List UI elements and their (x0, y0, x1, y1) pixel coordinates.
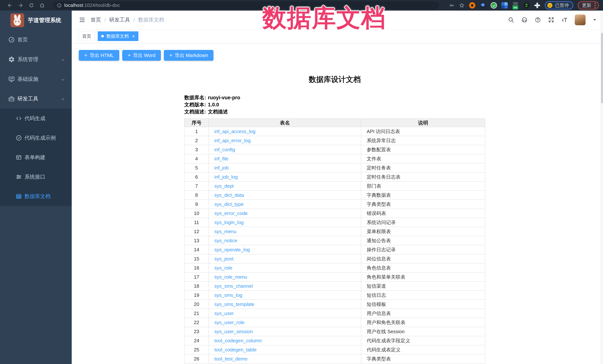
fullscreen-icon[interactable] (548, 17, 554, 23)
help-icon[interactable] (535, 17, 541, 23)
toolbox-icon (8, 95, 15, 102)
row-index: 2 (185, 136, 209, 145)
table-name-link[interactable]: sys_role (214, 265, 232, 271)
screen: localhost:1024/tool/db-doc on (0, 0, 603, 364)
sidebar-item-codegen[interactable]: 代码生成 (0, 109, 72, 128)
row-description: 用户在线 Session (361, 327, 485, 336)
extension-icon[interactable] (469, 2, 475, 9)
table-name-link[interactable]: sys_error_code (214, 210, 248, 216)
sidebar-item-home[interactable]: 首页 (0, 30, 72, 50)
table-name-link[interactable]: inf_config (214, 147, 235, 152)
table-name-link[interactable]: tool_test_demo (214, 356, 247, 362)
bookmark-star-icon[interactable] (459, 3, 464, 8)
sidebar-item-label: 系统管理 (17, 56, 38, 63)
table-name-link[interactable]: sys_dict_data (214, 192, 244, 198)
table-name-link[interactable]: tool_codegen_table (214, 347, 256, 353)
tags-view: 首页 数据库文档 × (72, 29, 603, 43)
active-dot-icon (101, 35, 104, 37)
address-bar[interactable]: localhost:1024/tool/db-doc (53, 1, 439, 9)
table-name-link[interactable]: sys_user_session (214, 329, 253, 334)
doc-title: 数据库设计文档 (184, 75, 485, 84)
site-info-icon[interactable] (57, 3, 62, 8)
table-row: 13sys_notice通知公告表 (185, 236, 485, 245)
table-name-link[interactable]: inf_job (214, 165, 229, 171)
paused-chip[interactable]: 已暂停 (545, 1, 573, 10)
table-name-link[interactable]: sys_notice (214, 238, 237, 243)
table-name-link[interactable]: sys_user_role (214, 320, 244, 325)
table-name-link[interactable]: sys_dept (214, 183, 234, 189)
table-name-link[interactable]: sys_sms_log (214, 292, 242, 298)
table-name-link[interactable]: sys_operate_log (214, 247, 250, 253)
table-row: 11sys_login_log系统访问记录 (185, 218, 485, 227)
table-name-link[interactable]: sys_sms_template (214, 301, 254, 307)
breadcrumb-devtools[interactable]: 研发工具 (109, 16, 130, 23)
user-avatar[interactable] (575, 14, 586, 25)
table-name-link[interactable]: sys_menu (214, 229, 236, 234)
table-name-link[interactable]: inf_api_error_log (214, 138, 251, 143)
caret-down-icon[interactable] (592, 18, 597, 21)
extension-on-icon[interactable]: on (512, 2, 519, 9)
doc-table-body: 1inf_api_access_logAPI 访问日志表2inf_api_err… (185, 127, 485, 364)
home-icon[interactable] (39, 3, 45, 8)
sidebar-item-system[interactable]: 系统管理 (0, 50, 72, 69)
tag-label: 数据库文档 (106, 33, 129, 39)
breadcrumb-home[interactable]: 首页 (91, 16, 101, 23)
row-index: 10 (185, 209, 209, 218)
row-description: 用户信息表 (361, 309, 485, 318)
key-icon[interactable] (449, 3, 454, 8)
table-name-cell: inf_config (209, 145, 361, 154)
tag-db-doc[interactable]: 数据库文档 × (98, 31, 139, 41)
browser-actions: on 已暂停 更新 (449, 1, 599, 10)
chevron-up-icon (61, 97, 65, 101)
table-name-cell: inf_file (209, 154, 361, 163)
font-size-icon[interactable] (561, 17, 568, 23)
sidebar-item-form-builder[interactable]: 表单构建 (0, 148, 72, 167)
export-toolbar: + 导出 HTML + 导出 Word + 导出 Markdown (72, 43, 603, 61)
row-index: 16 (185, 263, 209, 273)
row-index: 5 (185, 163, 209, 172)
back-icon[interactable] (7, 3, 13, 8)
app-logo[interactable]: 芋道管理系统 (0, 11, 72, 30)
table-name-link[interactable]: sys_login_log (214, 220, 244, 225)
extension-grid-icon[interactable] (501, 2, 508, 9)
sidebar-item-infra[interactable]: 基础设施 (0, 69, 72, 89)
search-icon[interactable] (508, 17, 514, 23)
forward-icon[interactable] (18, 3, 23, 8)
github-icon[interactable] (521, 17, 528, 23)
extension-leaf-icon[interactable] (523, 2, 530, 9)
export-word-button[interactable]: + 导出 Word (122, 50, 161, 61)
table-name-link[interactable]: sys_post (214, 256, 233, 262)
table-name-link[interactable]: tool_codegen_column (214, 338, 262, 343)
update-chip[interactable]: 更新 (578, 1, 599, 10)
row-index: 26 (185, 354, 209, 364)
row-index: 3 (185, 145, 209, 154)
sidebar-item-devtools[interactable]: 研发工具 (0, 89, 72, 109)
chevron-down-icon (61, 77, 65, 81)
plus-icon: + (128, 53, 131, 58)
sidebar-fold-icon[interactable] (79, 17, 85, 23)
sidebar-item-codegen-demo[interactable]: 代码生成示例 (0, 128, 72, 148)
extension-icon[interactable] (480, 2, 486, 9)
page-scrollbar[interactable] (601, 11, 603, 364)
sidebar-item-db-doc[interactable]: 数据库文档 (0, 187, 72, 206)
table-name-link[interactable]: sys_dict_type (214, 201, 244, 207)
extension-check-icon[interactable] (491, 2, 497, 9)
scrollbar-thumb[interactable] (601, 33, 603, 103)
export-html-button[interactable]: + 导出 HTML (79, 50, 119, 61)
browser-menu-icon[interactable] (594, 2, 596, 9)
extensions-puzzle-icon[interactable] (534, 2, 540, 9)
tag-home[interactable]: 首页 (79, 31, 95, 41)
table-name-link[interactable]: sys_sms_channel (214, 283, 253, 289)
sidebar-item-api[interactable]: 系统接口 (0, 167, 72, 187)
table-name-link[interactable]: sys_user (214, 310, 234, 316)
table-name-link[interactable]: inf_api_access_log (214, 129, 255, 134)
table-name-cell: sys_dept (209, 182, 361, 191)
row-description: 代码生成表字段定义 (361, 336, 485, 345)
table-name-link[interactable]: inf_file (214, 156, 228, 162)
table-name-link[interactable]: inf_job_log (214, 174, 238, 180)
reload-icon[interactable] (29, 3, 34, 8)
table-row: 7sys_dept部门表 (185, 182, 485, 191)
table-name-link[interactable]: sys_role_menu (214, 274, 247, 280)
close-icon[interactable]: × (132, 34, 135, 39)
export-markdown-button[interactable]: + 导出 Markdown (164, 50, 213, 61)
